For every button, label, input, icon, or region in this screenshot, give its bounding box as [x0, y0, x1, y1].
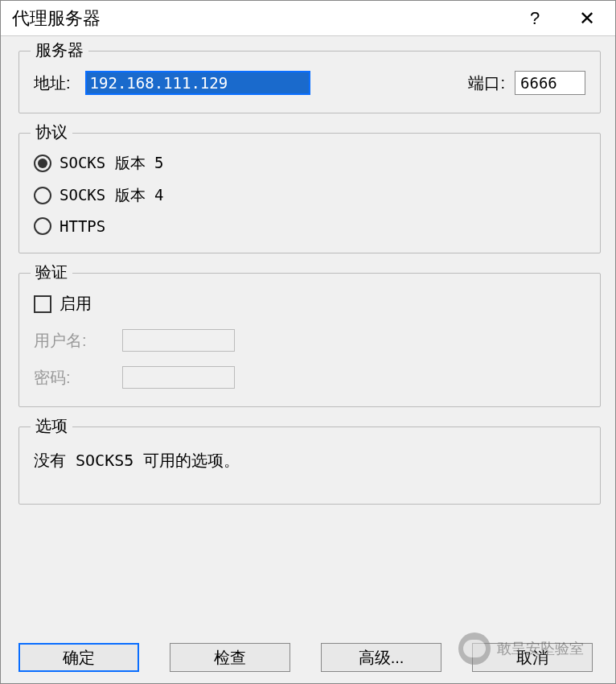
- radio-socks5[interactable]: SOCKS 版本 5: [34, 153, 585, 174]
- radio-label-socks5: SOCKS 版本 5: [60, 153, 164, 174]
- advanced-button[interactable]: 高级...: [321, 643, 441, 672]
- radio-https[interactable]: HTTPS: [34, 217, 585, 235]
- server-legend: 服务器: [31, 39, 88, 61]
- check-button[interactable]: 检查: [170, 643, 290, 672]
- options-group: 选项 没有 SOCKS5 可用的选项。: [18, 426, 601, 505]
- username-input: [122, 329, 235, 352]
- titlebar: 代理服务器 ? ✕: [1, 1, 615, 36]
- help-button[interactable]: ?: [511, 1, 559, 36]
- proxy-server-dialog: 代理服务器 ? ✕ 服务器 地址: 端口: 协议 SOCKS 版本 5: [0, 0, 616, 684]
- username-label: 用户名:: [34, 330, 122, 352]
- button-bar: 确定 检查 高级... 取消: [1, 633, 615, 683]
- checkbox-icon: [34, 295, 51, 313]
- address-input[interactable]: [85, 71, 310, 95]
- enable-auth-label: 启用: [60, 293, 92, 315]
- close-icon: ✕: [579, 7, 595, 30]
- address-label: 地址:: [34, 72, 71, 94]
- radio-icon: [34, 217, 51, 235]
- radio-socks4[interactable]: SOCKS 版本 4: [34, 185, 585, 206]
- help-icon: ?: [530, 8, 540, 29]
- radio-icon: [34, 187, 51, 204]
- password-input: [122, 366, 235, 389]
- port-label: 端口:: [468, 72, 505, 94]
- dialog-content: 服务器 地址: 端口: 协议 SOCKS 版本 5 SOCKS 版本 4: [1, 36, 615, 633]
- password-label: 密码:: [34, 367, 122, 389]
- radio-label-https: HTTPS: [60, 217, 105, 235]
- cancel-button[interactable]: 取消: [472, 643, 593, 672]
- radio-icon: [34, 155, 51, 172]
- dialog-title: 代理服务器: [12, 6, 511, 31]
- options-legend: 选项: [31, 415, 72, 437]
- auth-legend: 验证: [31, 262, 72, 283]
- auth-group: 验证 启用 用户名: 密码:: [18, 273, 601, 407]
- server-group: 服务器 地址: 端口:: [18, 51, 601, 113]
- enable-auth-checkbox[interactable]: 启用: [34, 293, 585, 315]
- radio-label-socks4: SOCKS 版本 4: [60, 185, 164, 206]
- protocol-group: 协议 SOCKS 版本 5 SOCKS 版本 4 HTTPS: [18, 133, 601, 253]
- protocol-legend: 协议: [31, 122, 72, 143]
- port-input[interactable]: [515, 71, 585, 95]
- options-text: 没有 SOCKS5 可用的选项。: [34, 450, 585, 472]
- close-button[interactable]: ✕: [559, 1, 615, 36]
- ok-button[interactable]: 确定: [18, 643, 139, 672]
